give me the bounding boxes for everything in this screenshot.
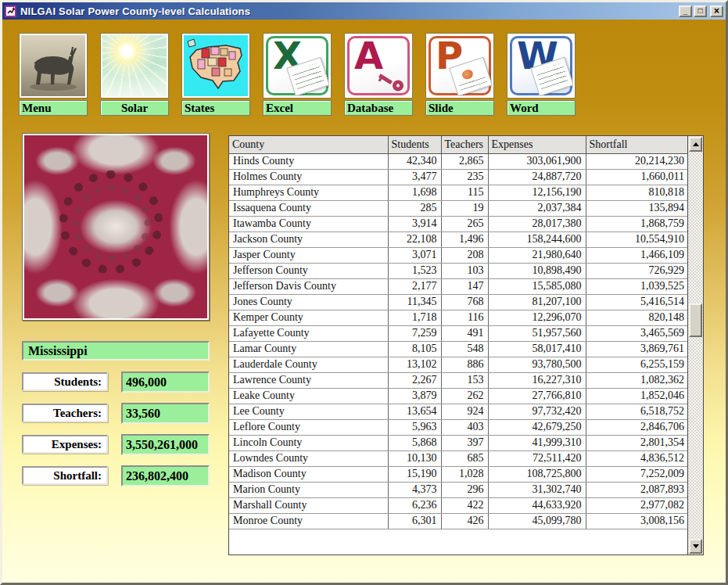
word-icon: W [507, 33, 576, 99]
shortfall-cell: 1,466,109 [586, 247, 687, 263]
expenses-label: Expenses: [22, 435, 108, 454]
expenses-cell: 31,302,740 [488, 482, 586, 497]
slide-button-label: Slide [425, 100, 494, 116]
states-button[interactable]: States [181, 33, 250, 116]
table-row[interactable]: Lamar County 8,105 548 58,017,410 3,869,… [229, 341, 687, 357]
scroll-up-button[interactable] [689, 137, 702, 152]
table-row[interactable]: Lowndes County 10,130 685 72,511,420 4,8… [229, 450, 687, 466]
slide-button[interactable]: P Slide [425, 33, 494, 116]
table-row[interactable]: Humphreys County 1,698 115 12,156,190 81… [229, 185, 687, 200]
shortfall-value-field[interactable]: 236,802,400 [121, 465, 210, 486]
scroll-down-button[interactable] [689, 539, 702, 554]
expenses-cell: 81,207,100 [488, 294, 586, 310]
expenses-cell: 2,037,384 [488, 200, 586, 216]
county-cell: Jasper County [229, 247, 388, 263]
column-header-teachers[interactable]: Teachers [441, 136, 488, 153]
table-row[interactable]: Jones County 11,345 768 81,207,100 5,416… [229, 294, 687, 310]
expenses-cell: 97,732,420 [488, 404, 586, 419]
table-row[interactable]: Leflore County 5,963 403 42,679,250 2,84… [229, 419, 687, 435]
table-row[interactable]: Jefferson Davis County 2,177 147 15,585,… [229, 278, 687, 294]
word-button[interactable]: W Word [507, 33, 576, 116]
table-row[interactable]: Lauderdale County 13,102 886 93,780,500 … [229, 357, 687, 372]
column-header-shortfall[interactable]: Shortfall [586, 136, 687, 153]
table-row[interactable]: Madison County 15,190 1,028 108,725,800 … [229, 466, 687, 482]
client-area: Menu Solar [2, 20, 726, 583]
shortfall-cell: 2,801,354 [586, 435, 687, 450]
county-cell: Humphreys County [229, 185, 388, 200]
table-header-row: County Students Teachers Expenses Shortf… [229, 136, 687, 153]
students-value-field[interactable]: 496,000 [121, 371, 210, 393]
expenses-cell: 72,511,420 [488, 450, 586, 466]
table-row[interactable]: Kemper County 1,718 116 12,296,070 820,1… [229, 310, 687, 325]
teachers-cell: 2,865 [441, 153, 488, 169]
states-button-label: States [181, 100, 250, 116]
students-cell: 1,698 [388, 185, 441, 200]
table-row[interactable]: Marion County 4,373 296 31,302,740 2,087… [229, 482, 687, 497]
table-row[interactable]: Issaquena County 285 19 2,037,384 135,89… [229, 200, 687, 216]
state-name-field[interactable]: Mississippi [22, 341, 210, 361]
county-cell: Madison County [229, 466, 388, 482]
window-title: NILGAI Solar Power County-level Calculat… [20, 5, 679, 17]
teachers-cell: 403 [441, 419, 488, 435]
county-cell: Jackson County [229, 231, 388, 247]
shortfall-cell: 3,869,761 [586, 341, 687, 357]
shortfall-cell: 6,255,159 [586, 357, 687, 372]
table-row[interactable]: Leake County 3,879 262 27,766,810 1,852,… [229, 388, 687, 404]
teachers-value-field[interactable]: 33,560 [121, 403, 210, 424]
table-row[interactable]: Jackson County 22,108 1,496 158,244,600 … [229, 231, 687, 247]
students-cell: 13,102 [388, 357, 441, 372]
maximize-button[interactable]: □ [694, 5, 707, 17]
students-cell: 5,963 [388, 419, 441, 435]
scrollbar-thumb[interactable] [689, 303, 702, 337]
column-header-county[interactable]: County [229, 136, 388, 153]
table-row[interactable]: Jefferson County 1,523 103 10,898,490 72… [229, 263, 687, 278]
table-row[interactable]: Lawrence County 2,267 153 16,227,310 1,0… [229, 372, 687, 388]
teachers-cell: 265 [441, 216, 488, 231]
expenses-cell: 158,244,600 [488, 231, 586, 247]
app-icon[interactable] [5, 5, 16, 17]
students-cell: 13,654 [388, 404, 441, 419]
county-table: County Students Teachers Expenses Shortf… [228, 135, 704, 555]
table-row[interactable]: Monroe County 6,301 426 45,099,780 3,008… [229, 513, 687, 529]
access-database-icon: A [344, 33, 413, 99]
table-row[interactable]: Jasper County 3,071 208 21,980,640 1,466… [229, 247, 687, 263]
expenses-cell: 27,766,810 [488, 388, 586, 404]
teachers-cell: 924 [441, 404, 488, 419]
menu-button[interactable]: Menu [19, 33, 88, 116]
shortfall-cell: 1,868,759 [586, 216, 687, 231]
students-cell: 4,373 [388, 482, 441, 497]
nilgai-antelope-icon [19, 33, 88, 99]
column-header-students[interactable]: Students [388, 136, 441, 153]
county-cell: Hinds County [229, 153, 388, 169]
antelope-silhouette-icon [21, 35, 85, 96]
solar-button[interactable]: Solar [100, 33, 169, 116]
table-row[interactable]: Holmes County 3,477 235 24,887,720 1,660… [229, 169, 687, 185]
minimize-button[interactable]: _ [679, 5, 692, 17]
table-row[interactable]: Lincoln County 5,868 397 41,999,310 2,80… [229, 435, 687, 450]
county-cell: Jefferson Davis County [229, 278, 388, 294]
table-row[interactable]: Itawamba County 3,914 265 28,017,380 1,8… [229, 216, 687, 231]
county-cell: Issaquena County [229, 200, 388, 216]
county-cell: Holmes County [229, 169, 388, 185]
expenses-value-field[interactable]: 3,550,261,000 [121, 434, 210, 455]
vertical-scrollbar[interactable] [687, 136, 703, 554]
county-cell: Lowndes County [229, 450, 388, 466]
shortfall-cell: 1,039,525 [586, 278, 687, 294]
table-row[interactable]: Marshall County 6,236 422 44,633,920 2,9… [229, 497, 687, 513]
expenses-cell: 21,980,640 [488, 247, 586, 263]
table-row[interactable]: Lafayette County 7,259 491 51,957,560 3,… [229, 325, 687, 341]
students-cell: 3,477 [388, 169, 441, 185]
excel-button[interactable]: X Excel [263, 33, 332, 116]
teachers-cell: 153 [441, 372, 488, 388]
table-row[interactable]: Hinds County 42,340 2,865 303,061,900 20… [229, 153, 687, 169]
close-button[interactable]: × [710, 5, 723, 17]
teachers-cell: 422 [441, 497, 488, 513]
app-window: NILGAI Solar Power County-level Calculat… [0, 0, 728, 585]
column-header-expenses[interactable]: Expenses [488, 136, 586, 153]
county-cell: Lafayette County [229, 325, 388, 341]
teachers-cell: 491 [441, 325, 488, 341]
table-row[interactable]: Lee County 13,654 924 97,732,420 6,518,7… [229, 404, 687, 419]
expenses-cell: 58,017,410 [488, 341, 586, 357]
database-button[interactable]: A Database [344, 33, 413, 116]
shortfall-cell: 2,087,893 [586, 482, 687, 497]
